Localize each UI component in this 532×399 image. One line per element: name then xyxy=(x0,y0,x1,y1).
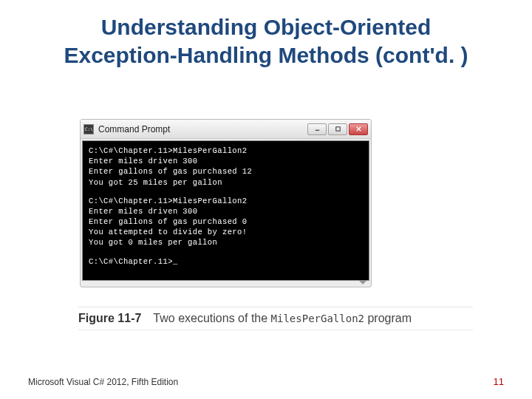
figure-label: Figure 11-7 xyxy=(78,312,141,325)
footer-edition: Microsoft Visual C# 2012, Fifth Edition xyxy=(28,377,178,387)
command-prompt-window: Command Prompt C:\C#\Chapter.11>MilesPer… xyxy=(80,119,372,287)
close-icon xyxy=(355,126,362,132)
execution-block-2: C:\C#\Chapter.11>MilesPerGallon2 Enter m… xyxy=(89,196,363,248)
window-controls xyxy=(307,123,368,135)
execution-block-1: C:\C#\Chapter.11>MilesPerGallon2 Enter m… xyxy=(89,146,363,188)
console-line: You attempted to divide by zero! xyxy=(89,227,363,237)
maximize-button[interactable] xyxy=(328,123,347,135)
close-button[interactable] xyxy=(349,123,368,135)
prompt-line: C:\C#\Chapter.11> xyxy=(89,256,363,267)
console-line: Enter gallons of gas purchased 0 xyxy=(89,216,363,227)
minimize-icon xyxy=(314,126,321,132)
window-title: Command Prompt xyxy=(98,124,307,134)
titlebar: Command Prompt xyxy=(81,120,371,139)
console-line: You got 25 miles per gallon xyxy=(89,177,363,188)
console-line: Enter miles driven 300 xyxy=(89,156,363,166)
figure-caption: Figure 11-7 Two executions of the MilesP… xyxy=(78,307,473,330)
console-line: Enter miles driven 300 xyxy=(89,206,363,216)
slide-title: Understanding Object-Oriented Exception-… xyxy=(0,0,532,69)
title-line-1: Understanding Object-Oriented xyxy=(101,15,432,39)
page-number: 11 xyxy=(494,376,504,387)
figure-text: Two executions of the MilesPerGallon2 pr… xyxy=(153,312,412,325)
figure-text-after: program xyxy=(364,312,412,324)
console-line: C:\C#\Chapter.11>MilesPerGallon2 xyxy=(89,146,363,156)
console-line: Enter gallons of gas purchased 12 xyxy=(89,166,363,177)
console-output: C:\C#\Chapter.11>MilesPerGallon2 Enter m… xyxy=(82,140,369,281)
console-line: You got 0 miles per gallon xyxy=(89,237,363,248)
svg-rect-1 xyxy=(335,127,339,131)
figure-program-name: MilesPerGallon2 xyxy=(271,313,364,324)
maximize-icon xyxy=(335,126,341,132)
resize-grip-icon xyxy=(359,281,366,284)
console-line: C:\C#\Chapter.11>MilesPerGallon2 xyxy=(89,196,363,206)
title-line-2: Exception-Handling Methods (cont'd. ) xyxy=(64,43,468,67)
minimize-button[interactable] xyxy=(307,123,327,135)
figure-text-before: Two executions of the xyxy=(153,312,270,324)
prompt-line-block: C:\C#\Chapter.11> xyxy=(89,256,363,267)
cmd-icon xyxy=(83,124,94,134)
